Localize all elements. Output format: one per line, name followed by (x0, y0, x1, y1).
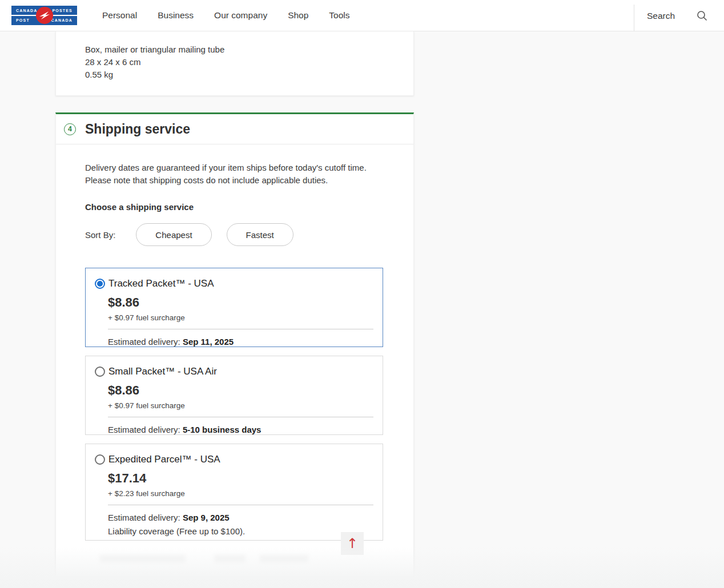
choose-service-label: Choose a shipping service (85, 202, 382, 212)
service-price: $8.86 (108, 383, 383, 398)
shipping-service-section: 4 Shipping service Delivery dates are gu… (55, 112, 414, 588)
sort-cheapest-button[interactable]: Cheapest (136, 223, 211, 246)
fuel-surcharge: + $2.23 fuel surcharge (108, 489, 383, 498)
divider (108, 329, 373, 329)
package-dimensions: 28 x 24 x 6 cm (85, 56, 413, 69)
package-weight: 0.55 kg (85, 69, 413, 81)
package-type: Box, mailer or triangular mailing tube (85, 43, 413, 56)
service-name: Small Packet™ - USA Air (108, 366, 217, 377)
search-area: Search (647, 0, 707, 31)
sort-by-label: Sort By: (85, 230, 115, 240)
top-navigation: CANADA POSTES POST CANADA Personal Busin… (0, 0, 724, 31)
nav-divider (634, 5, 634, 31)
canada-post-logo[interactable]: CANADA POSTES POST CANADA (11, 6, 77, 25)
service-price: $8.86 (108, 295, 383, 310)
delivery-guarantee-note: Delivery dates are guaranteed if your it… (85, 162, 382, 186)
sort-row: Sort By: Cheapest Fastest (85, 223, 382, 246)
shipping-option-expedited-parcel[interactable]: Expedited Parcel™ - USA $17.14 + $2.23 f… (85, 444, 383, 541)
faded-content-remnant (260, 555, 308, 563)
section-header: 4 Shipping service (56, 114, 413, 144)
estimated-delivery: Estimated delivery: Sep 9, 2025 (108, 513, 383, 522)
nav-link-tools[interactable]: Tools (329, 10, 349, 21)
primary-nav: Personal Business Our company Shop Tools (102, 10, 350, 21)
nav-link-shop[interactable]: Shop (288, 10, 308, 21)
radio-unselected-icon[interactable] (95, 454, 105, 465)
fuel-surcharge: + $0.97 fuel surcharge (108, 313, 383, 322)
back-to-top-button[interactable]: ↑ (341, 532, 364, 555)
shipping-option-small-packet[interactable]: Small Packet™ - USA Air $8.86 + $0.97 fu… (85, 356, 383, 435)
section-title: Shipping service (85, 122, 190, 137)
divider (108, 505, 373, 505)
fuel-surcharge: + $0.97 fuel surcharge (108, 401, 383, 410)
canada-post-wing-icon (36, 7, 53, 24)
nav-link-personal[interactable]: Personal (102, 10, 137, 21)
section-body: Delivery dates are guaranteed if your it… (56, 144, 413, 541)
step-number-badge: 4 (64, 123, 76, 135)
faded-content-remnant (214, 555, 246, 563)
estimated-delivery: Estimated delivery: Sep 11, 2025 (108, 337, 383, 347)
main-content: Box, mailer or triangular mailing tube 2… (0, 31, 724, 588)
service-name: Expedited Parcel™ - USA (108, 454, 220, 465)
radio-selected-icon[interactable] (95, 279, 105, 289)
arrow-up-icon: ↑ (347, 537, 358, 550)
package-summary-card: Box, mailer or triangular mailing tube 2… (55, 31, 414, 96)
nav-link-our-company[interactable]: Our company (214, 10, 267, 21)
service-price: $17.14 (108, 471, 383, 486)
estimated-delivery: Estimated delivery: 5-10 business days (108, 425, 383, 434)
faded-content-remnant (100, 555, 186, 563)
nav-link-business[interactable]: Business (158, 10, 194, 21)
sort-fastest-button[interactable]: Fastest (227, 223, 293, 246)
radio-unselected-icon[interactable] (95, 367, 105, 377)
divider (108, 417, 373, 417)
search-link[interactable]: Search (647, 11, 675, 21)
shipping-option-tracked-packet[interactable]: Tracked Packet™ - USA $8.86 + $0.97 fuel… (85, 268, 383, 347)
search-icon[interactable] (697, 10, 707, 21)
service-name: Tracked Packet™ - USA (108, 278, 214, 289)
